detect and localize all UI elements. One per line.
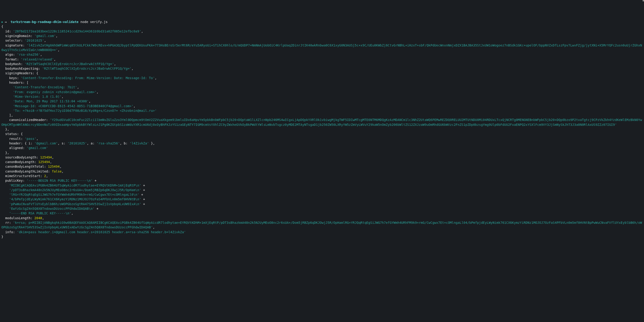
status-dot-icon: ● (2, 21, 3, 23)
field-status-header-a: 'rsa-sha256' (96, 142, 120, 145)
publickey-line: '4/bPmfpjdEyLWyNimk761CX6KymzYiRDNz1MOJO… (9, 197, 141, 201)
scrollbar-thumb[interactable] (642, 0, 644, 1)
field-mimeStructureStart: 2 (44, 174, 46, 178)
publickey-line: 'EwYzGcSgZ4n5Q8X8TndowsDUzoccPFGhdwIDAQA… (9, 207, 95, 210)
field-modulusLength: 2048 (34, 216, 42, 220)
publickey-line: 'pPwWuCNvaFVflUYxEyblbB6h/oWOPGbzoSgtRA4… (9, 202, 141, 206)
field-canonBodyLengthTotal: 125494 (48, 165, 60, 168)
field-signingDomain: 'gmail.com' (34, 34, 56, 38)
field-canonBodyLengthLimited: false (52, 169, 62, 173)
terminal-output[interactable]: ● → turkstream-bg-roadmap-dkim-validate … (2, 19, 642, 239)
field-status-result: 'pass' (25, 137, 36, 141)
header-item: 'Message-Id: <C0DFCCDD-E615-4542-8D51-71… (13, 104, 134, 108)
header-item: 'Date: Mon, 29 May 2017 11:53:04 +0300' (13, 99, 89, 103)
command-text: node verify.js (80, 20, 108, 24)
field-id: '28f6d2172ea163bee1228c1185241ccd29a1443… (13, 29, 141, 33)
prompt-arrow-icon: → (4, 20, 6, 24)
field-status-header-b: 'l4ZivkZa' (130, 142, 149, 145)
field-bodyHash: 'RZtlWTSaqhCOClXIyEroUcrcJcrJBaOrwkCtFP1… (25, 62, 114, 66)
header-item: 'Content-Transfer-Encoding: 7bit' (13, 85, 77, 89)
publickey-line: '-----END RSA PUBLIC KEY-----\n' (9, 211, 72, 215)
field-bodyHashExpecting: 'RZtlWTSaqhCOClXIyEroUcrcJcrJBaOrwkCtFP1… (42, 67, 132, 70)
field-algo: 'rsa-sha256' (17, 53, 40, 56)
field-status-header-i: '@gmail.com' (34, 142, 58, 145)
field-sourceBodyLength: 125494 (40, 156, 52, 159)
field-format: 'relaxed/relaxed' (21, 57, 54, 61)
field-canonicalizedHeader: 'Y29udGVudC10cmFuc2Zlci1lbmNvZGluZzo3Yml… (2, 118, 642, 126)
field-signature: 'l4ZivkZatHg0AhGWPimWcq85tkULFCkk7W9cREv… (2, 43, 642, 52)
field-selector: '20161025' (25, 39, 44, 42)
publickey-line: 'lRG+YRJQqRtqEgSiJWG7h7efGYWmh4URhFM9k9+… (9, 193, 139, 196)
cwd-label: turkstream-bg-roadmap-dkim-validate (10, 20, 78, 24)
header-item: 'Mime-Version: 1.0 (1.0)' (13, 95, 62, 98)
field-status-header-s: '20161025' (68, 142, 87, 145)
header-item: 'From: evgeniy zobnin <zhzobnin@gmail.co… (13, 90, 96, 94)
field-info: 'dkim=pass header.i=@gmail.com header.s=… (17, 230, 186, 234)
header-item: 'To: =?koi8-r?B?5dfHxc7JyiD30d7F08zB18/X… (13, 109, 157, 113)
publickey-line: 'MIIBCgKCAQEAviPGBk4ZB64UfSqWyAicdR7lodh… (9, 183, 141, 187)
field-signingHeaders-keys: 'Content-Transfer-Encoding: From: Mime-V… (21, 76, 155, 80)
publickey-line: '/pDT3sBhazkmA48n2k5NJUyMEoO8nc2r6sUA+/D… (9, 188, 141, 192)
field-canonBodyLength: 125494 (38, 160, 50, 164)
field-status-aligned: 'gmail.com' (27, 146, 48, 150)
publickey-line: '-----BEGIN RSA PUBLIC KEY-----\n' (27, 179, 93, 182)
field-rr: 'k=rsa; p=MIIBIjANBgkqhkiG9w0BAQEFAAOCAQ… (2, 221, 642, 229)
